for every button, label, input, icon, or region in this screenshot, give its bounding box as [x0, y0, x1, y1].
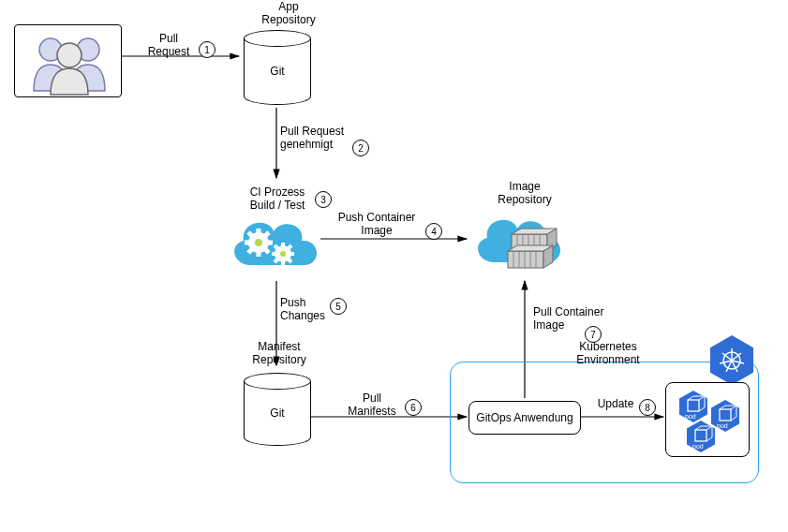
- app-repo-label: Git: [270, 65, 284, 78]
- svg-point-21: [280, 251, 286, 257]
- manifest-repo-cylinder: Git: [244, 373, 311, 446]
- edge-4-label: Push Container Image: [330, 211, 424, 238]
- edge-6-label: Pull Manifests: [339, 392, 405, 419]
- svg-line-68: [706, 426, 712, 430]
- svg-line-56: [699, 396, 705, 400]
- svg-line-16: [248, 232, 252, 236]
- svg-line-69: [706, 437, 712, 441]
- app-repo-cylinder: Git: [244, 30, 311, 105]
- svg-line-19: [265, 232, 269, 236]
- edge-8-label: Update: [592, 397, 639, 410]
- svg-line-57: [699, 407, 705, 411]
- people-icon: [15, 25, 123, 98]
- svg-line-28: [275, 259, 277, 262]
- manifest-repo-label: Git: [270, 406, 284, 420]
- step-8: 8: [639, 399, 656, 416]
- ci-process-label: CI Prozess Build / Test: [240, 185, 315, 213]
- svg-line-62: [731, 406, 736, 409]
- manifest-repo-title: Manifest Repository: [242, 340, 317, 367]
- svg-line-17: [265, 249, 269, 253]
- pod-label: pod: [692, 443, 704, 451]
- edge-1-label: Pull Request: [145, 32, 192, 59]
- edge-2-label: Pull Request genehmigt: [280, 125, 355, 152]
- image-repo-icon: [468, 210, 572, 281]
- developers-node: [14, 24, 122, 97]
- gitops-app-node: GitOps Anwendung: [468, 401, 581, 435]
- svg-line-26: [275, 245, 277, 248]
- step-3: 3: [315, 191, 332, 208]
- svg-line-27: [289, 259, 291, 262]
- step-7: 7: [585, 326, 602, 343]
- edge-7-label: Pull Container Image: [533, 305, 617, 332]
- svg-point-11: [255, 239, 262, 246]
- svg-rect-66: [695, 430, 706, 441]
- step-1: 1: [199, 41, 216, 58]
- svg-point-9: [57, 43, 82, 67]
- svg-line-63: [731, 417, 736, 421]
- pod-label: pod: [717, 422, 728, 430]
- gitops-app-label: GitOps Anwendung: [476, 411, 572, 424]
- pods-group: pod pod pod: [665, 382, 750, 457]
- svg-rect-54: [688, 400, 699, 411]
- step-4: 4: [425, 223, 442, 240]
- svg-rect-60: [720, 409, 731, 421]
- app-repo-title: App Repository: [251, 0, 326, 27]
- step-6: 6: [405, 399, 422, 416]
- pod-label: pod: [685, 413, 696, 421]
- edge-5-label: Push Changes: [280, 296, 336, 323]
- image-repo-title: Image Repository: [487, 180, 562, 207]
- step-5: 5: [330, 298, 347, 315]
- ci-cloud-icon: [223, 211, 326, 282]
- step-2: 2: [352, 140, 369, 156]
- svg-line-29: [289, 245, 291, 248]
- k8s-env-label: Kubernetes Environment: [566, 340, 650, 367]
- svg-line-18: [248, 249, 252, 253]
